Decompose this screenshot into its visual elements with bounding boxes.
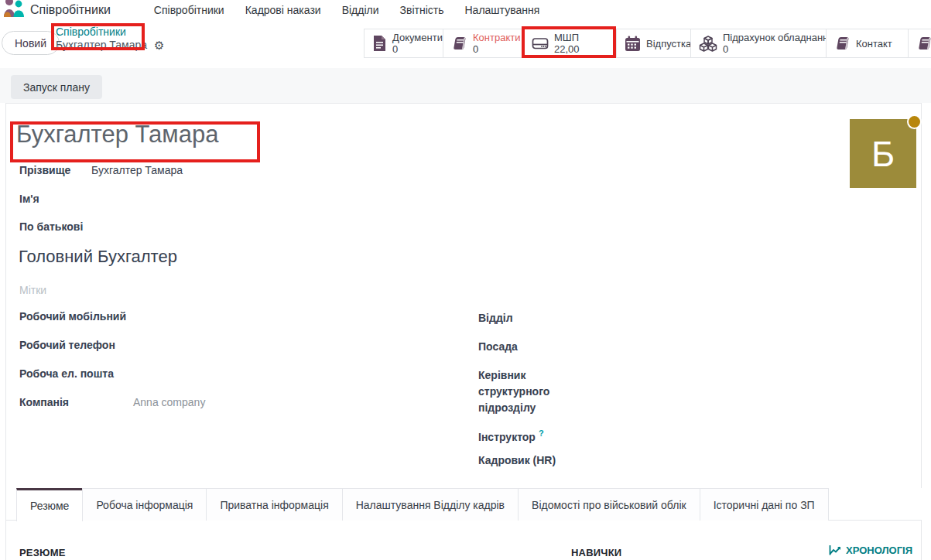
tab-resume[interactable]: Резюме	[16, 488, 83, 521]
line-chart-icon	[829, 545, 842, 556]
form-sheet: Бухгалтер Тамара Б Прізвище Бухгалтер Та…	[5, 103, 922, 560]
field-label: Компанія	[19, 396, 133, 408]
field-label: Кадровик (HR)	[478, 452, 579, 469]
field-row-middlename: По батькові	[19, 220, 91, 233]
field-row-manager: Керівник структурного підрозділу	[478, 367, 579, 416]
field-row-work-email: Робоча ел. пошта	[19, 367, 133, 380]
menubar: Співробітники Співробітники Кадрові нака…	[0, 0, 931, 20]
stat-button-vacation[interactable]: Відпустка	[617, 29, 691, 57]
field-label: Керівник структурного підрозділу	[478, 367, 579, 416]
lastname-field[interactable]: Бухгалтер Тамара	[91, 164, 183, 176]
field-label: Прізвище	[19, 164, 91, 176]
field-row-department: Відділ	[478, 310, 579, 326]
tab-private-info[interactable]: Приватна інформація	[206, 488, 342, 521]
title-input[interactable]: Бухгалтер Тамара	[16, 120, 558, 149]
field-row-coach: Інструктор?	[478, 425, 579, 446]
stat-button-contracts[interactable]: Контракти 0	[443, 29, 524, 57]
menu-item-hr-orders[interactable]: Кадрові накази	[245, 4, 321, 16]
stat-label: Контакт	[856, 38, 892, 50]
book-icon	[451, 36, 467, 51]
document-icon	[372, 35, 387, 52]
stat-label: Контракти	[473, 32, 520, 43]
avatar[interactable]: Б	[850, 119, 916, 188]
employees-app-icon[interactable]	[4, 0, 24, 17]
stat-label: МШП	[554, 32, 580, 43]
field-row-position: Посада	[478, 339, 579, 355]
stat-button-contact[interactable]: Контакт	[827, 29, 909, 57]
tab-salary-history[interactable]: Історичні дані по ЗП	[700, 488, 829, 521]
job-title-input[interactable]: Головний Бухгалтер	[19, 247, 177, 267]
breadcrumb: Співробітники Бухгалтер Тамара ⚙	[56, 26, 165, 52]
field-row-lastname: Прізвище Бухгалтер Тамара	[19, 164, 183, 176]
tab-hr-settings[interactable]: Налаштування Відділу кадрів	[342, 488, 519, 521]
field-row-firstname: Ім'я	[19, 193, 91, 205]
field-row-company: Компанія Anna company	[19, 396, 205, 408]
breadcrumb-parent[interactable]: Співробітники	[56, 26, 165, 39]
stat-value: 22,00	[554, 43, 580, 55]
stat-label: Документи	[392, 32, 443, 43]
stat-value: 0	[392, 43, 443, 55]
gear-icon[interactable]: ⚙	[154, 40, 164, 51]
stat-value: 0	[473, 43, 520, 55]
calendar-icon	[625, 36, 641, 52]
help-icon[interactable]: ?	[539, 429, 544, 438]
field-label: Робоча ел. пошта	[19, 367, 133, 380]
breadcrumb-current: Бухгалтер Тамара	[56, 39, 147, 52]
coach-label: Інструктор	[478, 431, 536, 443]
avatar-status-dot	[907, 114, 922, 129]
stat-button-documents[interactable]: Документи 0	[365, 29, 443, 57]
menu-nav: Співробітники Кадрові накази Відділи Зві…	[154, 4, 539, 16]
field-row-work-mobile: Робочий мобільний	[19, 310, 133, 323]
drive-icon	[532, 36, 549, 51]
new-button[interactable]: Новий	[2, 31, 60, 55]
company-field[interactable]: Anna company	[133, 396, 205, 408]
tab-military-record[interactable]: Відомості про військовий облік	[518, 488, 700, 521]
book-icon	[834, 36, 851, 51]
field-label: Робочий телефон	[19, 339, 133, 351]
stat-button-mshp[interactable]: МШП 22,00	[524, 29, 617, 57]
field-label: Відділ	[478, 310, 579, 326]
section-header-skills: НАВИЧКИ	[571, 547, 621, 558]
notebook-tabs: Резюме Робоча інформація Приватна інформ…	[6, 488, 922, 521]
field-row-work-phone: Робочий телефон	[19, 339, 133, 351]
control-panel: Новий Співробітники Бухгалтер Тамара ⚙ Д…	[0, 20, 931, 68]
action-strip: Запуск плану	[0, 68, 931, 103]
stat-button-equipment-count[interactable]: Підрахунок обладнання 0	[691, 29, 827, 57]
app-name: Співробітники	[30, 3, 111, 17]
menu-item-departments[interactable]: Відділи	[342, 4, 379, 16]
field-row-hr-officer: Кадровик (HR)	[478, 452, 579, 469]
stat-label: Підрахунок обладнання	[723, 32, 827, 43]
cubes-icon	[699, 36, 717, 52]
tab-work-info[interactable]: Робоча інформація	[82, 488, 207, 521]
stat-value: 0	[723, 43, 827, 55]
menu-item-employees[interactable]: Співробітники	[154, 4, 224, 16]
field-label: Інструктор?	[478, 425, 579, 446]
book-icon	[916, 36, 931, 51]
timeline-label: ХРОНОЛОГІЯ	[846, 545, 912, 556]
stat-label: Відпустка	[646, 38, 691, 50]
field-label: Ім'я	[19, 193, 91, 205]
menu-item-reporting[interactable]: Звітність	[400, 4, 444, 16]
employee-form-page: Співробітники Співробітники Кадрові нака…	[0, 0, 931, 560]
timeline-link[interactable]: ХРОНОЛОГІЯ	[829, 545, 912, 556]
menu-item-settings[interactable]: Налаштування	[465, 4, 540, 16]
stat-button-group: Документи 0 Контракти 0	[364, 29, 931, 58]
field-label: По батькові	[19, 220, 91, 233]
launch-plan-button[interactable]: Запуск плану	[11, 75, 102, 99]
tags-input[interactable]: Мітки	[19, 284, 46, 296]
avatar-letter: Б	[871, 136, 895, 172]
field-label: Посада	[478, 339, 579, 355]
field-label: Робочий мобільний	[19, 310, 133, 323]
stat-button-overflow[interactable]	[909, 29, 931, 57]
section-header-resume: РЕЗЮМЕ	[19, 547, 66, 558]
